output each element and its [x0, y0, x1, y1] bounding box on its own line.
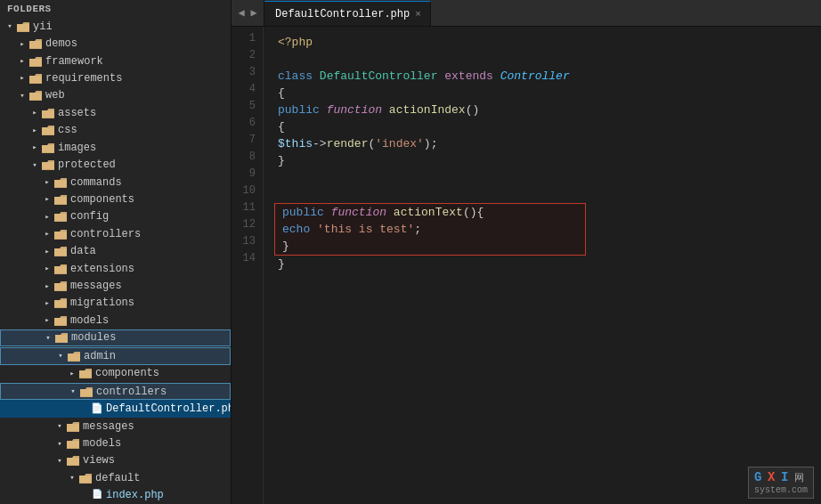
tree-item-commands[interactable]: commands — [0, 174, 231, 191]
nav-next-button[interactable]: ▶ — [248, 4, 260, 21]
item-label-images: images — [58, 142, 96, 154]
tree-item-framework[interactable]: framework — [0, 53, 231, 69]
item-label-admin: admin — [84, 350, 116, 362]
arrow-extensions — [41, 264, 53, 273]
sidebar: FOLDERS yii demos framework — [0, 0, 232, 504]
folder-icon-assets — [41, 108, 55, 118]
item-label-demos: demos — [45, 37, 77, 50]
arrow-migrations — [41, 298, 53, 308]
item-label-config: config — [70, 210, 109, 223]
watermark: G X I 网 system.com — [748, 467, 814, 499]
folder-icon-admin-messages — [66, 421, 80, 432]
code-line-11: public function actionText(){ — [282, 204, 578, 221]
arrow-images — [28, 142, 41, 152]
arrow-modules — [42, 333, 54, 343]
item-label-controllers: controllers — [70, 228, 141, 240]
arrow-messages — [41, 281, 53, 291]
tree-item-admin-components[interactable]: components — [0, 365, 231, 382]
tree-item-assets[interactable]: assets — [0, 104, 231, 121]
folder-icon-admin-models — [66, 438, 80, 449]
item-label-admin-views: views — [83, 454, 115, 467]
code-line-6: { — [278, 118, 821, 135]
nav-prev-button[interactable]: ◀ — [235, 4, 248, 21]
item-label-commands: commands — [70, 176, 122, 189]
item-label-protected: protected — [58, 159, 116, 171]
arrow-requirements — [16, 73, 28, 83]
tree-item-config[interactable]: config — [0, 208, 231, 225]
tree-item-admin-controllers[interactable]: controllers — [0, 383, 231, 400]
folder-icon-commands — [53, 177, 68, 188]
arrow-admin-messages — [53, 421, 66, 431]
tree-item-requirements[interactable]: requirements — [0, 69, 231, 86]
folder-icon-images — [41, 142, 55, 153]
file-icon-index-php: 📄 — [91, 489, 103, 501]
tree-item-components[interactable]: components — [0, 191, 231, 207]
folder-icon-admin-views — [66, 455, 80, 466]
tree-item-admin-messages[interactable]: messages — [0, 418, 231, 435]
tree-item-defaultcontroller[interactable]: 📄 DefaultController.php — [0, 400, 231, 417]
tree-item-modules[interactable]: modules — [0, 329, 231, 346]
tree-item-admin[interactable]: admin — [0, 347, 231, 364]
arrow-config — [41, 212, 53, 222]
tree-item-css[interactable]: css — [0, 122, 231, 139]
code-line-10 — [278, 186, 821, 203]
arrow-models — [41, 315, 53, 325]
folder-icon-demos — [28, 38, 43, 49]
tree-item-protected[interactable]: protected — [0, 156, 231, 173]
item-label-yii: yii — [33, 20, 53, 33]
item-label-css: css — [58, 124, 77, 136]
tree-item-models[interactable]: models — [0, 312, 231, 329]
tree-item-data[interactable]: data — [0, 242, 231, 259]
item-label-framework: framework — [45, 55, 103, 68]
code-line-3: class DefaultController extends Controll… — [278, 68, 821, 85]
code-line-4: { — [278, 85, 821, 102]
tree-item-index-php[interactable]: 📄 index.php — [0, 487, 231, 504]
arrow-admin-views — [53, 456, 66, 466]
tab-close-button[interactable]: × — [415, 9, 421, 20]
tree-item-admin-views[interactable]: views — [0, 452, 231, 469]
tree-item-web[interactable]: web — [0, 87, 231, 104]
tab-bar: ◀ ▶ DefaultController.php × — [232, 0, 821, 27]
tree-item-migrations[interactable]: migrations — [0, 295, 231, 312]
folder-icon-yii — [16, 21, 30, 32]
arrow-assets — [28, 108, 41, 118]
arrow-admin-components — [66, 369, 78, 378]
tab-defaultcontroller[interactable]: DefaultController.php × — [264, 1, 431, 26]
folder-icon-protected — [41, 159, 55, 170]
tree-item-default[interactable]: default — [0, 469, 231, 486]
code-line-14: } — [278, 256, 821, 272]
item-label-messages: messages — [70, 280, 122, 292]
folder-icon-components — [53, 194, 68, 205]
arrow-demos — [16, 39, 28, 49]
folder-icon-modules — [54, 332, 69, 343]
tree-item-messages[interactable]: messages — [0, 277, 231, 294]
code-line-7: $this->render('index'); — [278, 135, 821, 152]
tree-item-admin-models[interactable]: models — [0, 435, 231, 451]
tree-item-extensions[interactable]: extensions — [0, 260, 231, 277]
file-icon-defaultcontroller: 📄 — [91, 402, 103, 415]
tree-item-demos[interactable]: demos — [0, 35, 231, 52]
code-line-2 — [278, 51, 821, 68]
item-label-components: components — [70, 193, 134, 206]
folder-icon-css — [41, 125, 55, 135]
folder-icon-admin-components — [78, 368, 93, 378]
arrow-components — [41, 194, 53, 204]
code-area[interactable]: <?php class DefaultController extends Co… — [264, 27, 821, 504]
tab-label: DefaultController.php — [275, 8, 410, 20]
folder-icon-messages — [53, 280, 68, 291]
code-line-13: } — [282, 238, 578, 255]
folder-icon-data — [53, 246, 68, 256]
item-label-web: web — [45, 89, 65, 102]
watermark-x: X — [768, 470, 775, 484]
item-label-models: models — [70, 314, 109, 327]
tree-item-images[interactable]: images — [0, 139, 231, 156]
tree-item-yii[interactable]: yii — [0, 18, 231, 35]
arrow-admin-controllers — [67, 386, 79, 396]
editor-content: 1 2 3 4 5 6 7 8 9 10 11 12 13 14 <?php c… — [232, 27, 821, 504]
code-line-1: <?php — [278, 34, 821, 51]
arrow-css — [28, 126, 41, 135]
tree-item-controllers[interactable]: controllers — [0, 225, 231, 242]
arrow-admin — [54, 351, 67, 361]
arrow-web — [16, 91, 28, 101]
watermark-net: 网 — [794, 473, 804, 484]
